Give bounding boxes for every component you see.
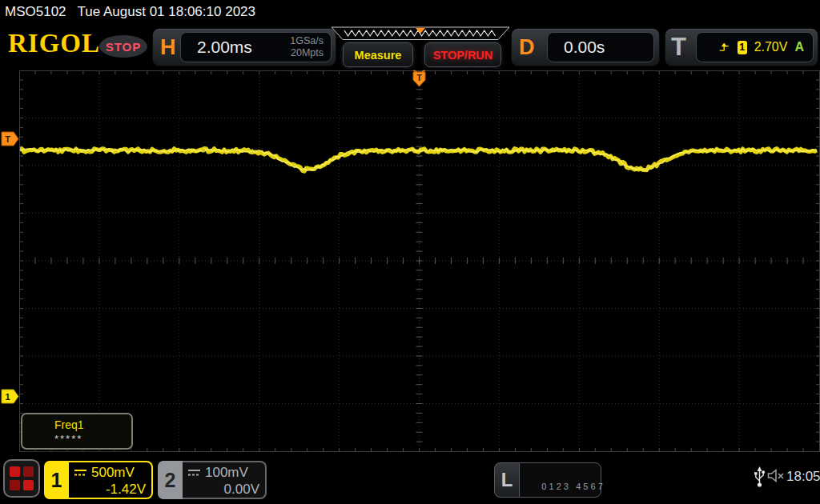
channel-1-scale: 500mV	[91, 465, 135, 481]
trigger-panel[interactable]: T 1 2.70V A	[665, 28, 818, 66]
channel-2-offset: 0.00V	[187, 482, 259, 498]
sample-rate: 1GSa/s	[290, 35, 324, 46]
measurement-value: *****	[54, 433, 131, 445]
trigger-label: T	[671, 29, 686, 66]
channel-1-status[interactable]: 1 500mV -1.42V	[44, 461, 153, 499]
rigol-logo: RIGOL	[8, 29, 100, 58]
memory-waveform-icon	[331, 26, 510, 41]
graticule-and-trace: TT1	[0, 69, 820, 453]
logic-analyzer-status[interactable]: L 0 1 2 3 4 5 6 7 8 9 1011 12131415	[494, 462, 601, 498]
bottom-bar: 1 500mV -1.42V 2 100mV 0.00V	[0, 453, 820, 504]
delay-label: D	[519, 29, 535, 66]
memory-depth: 20Mpts	[291, 47, 324, 58]
status-bar: MSO5102 Tue August 01 18:06:10 2023	[0, 0, 820, 24]
horizontal-panel[interactable]: H 2.00ms 1GSa/s 20Mpts	[152, 28, 336, 66]
grid-icon	[10, 466, 20, 477]
trigger-position-marker[interactable]: T	[413, 70, 425, 86]
memory-position-bar[interactable]	[331, 26, 510, 41]
acquisition-info: 1GSa/s 20Mpts	[290, 35, 331, 59]
logic-analyzer-tab[interactable]: L	[494, 462, 519, 498]
delay-panel[interactable]: D 0.00s	[511, 28, 660, 66]
measurement-name: Freq1	[54, 418, 131, 431]
trigger-level-marker[interactable]: T	[2, 132, 18, 146]
logic-row-1: 0 1 2 3 4 5 6 7	[541, 482, 602, 491]
channel-1-offset: -1.42V	[74, 482, 146, 498]
channel-2-scale: 100mV	[205, 465, 248, 481]
function-navigation-button[interactable]	[3, 459, 40, 498]
timebase-field: 2.00ms 1GSa/s 20Mpts	[180, 32, 332, 62]
ch1-trace	[20, 149, 817, 172]
rising-edge-trigger-icon	[719, 41, 730, 54]
delay-value: 0.00s	[548, 38, 605, 57]
dc-coupling-icon	[74, 469, 87, 477]
channel-1-tab[interactable]: 1	[44, 461, 69, 499]
logic-channel-list: 0 1 2 3 4 5 6 7 8 9 1011 12131415	[519, 462, 601, 498]
trigger-field: 1 2.70V A	[696, 32, 814, 62]
datetime-text: Tue August 01 18:06:10 2023	[78, 4, 255, 20]
trigger-source-badge: 1	[738, 41, 747, 54]
measurement-item-freq1[interactable]: Freq1 *****	[21, 413, 133, 450]
run-state-indicator[interactable]: STOP	[99, 35, 147, 58]
svg-text:1: 1	[5, 392, 10, 402]
clock-text: 18:05	[786, 469, 820, 485]
svg-text:T: T	[416, 73, 422, 82]
usb-icon	[754, 466, 766, 488]
model-name: MSO5102	[5, 4, 66, 20]
trigger-level-value: 2.70V	[754, 40, 788, 54]
timebase-value: 2.00ms	[181, 38, 290, 57]
measure-button[interactable]: Measure	[343, 42, 413, 67]
stop-run-button[interactable]: STOP/RUN	[424, 42, 501, 67]
speaker-muted-icon[interactable]	[767, 469, 785, 483]
waveform-display-area[interactable]: TT1	[0, 69, 820, 453]
trigger-mode-auto: A	[794, 40, 813, 54]
channel-2-status[interactable]: 2 100mV 0.00V	[158, 461, 267, 499]
delay-field: 0.00s	[547, 32, 654, 62]
channel-2-tab[interactable]: 2	[158, 461, 183, 499]
graticule	[19, 70, 820, 452]
channel-1-ground-marker[interactable]: 1	[2, 390, 18, 403]
channel-1-readout: 500mV -1.42V	[69, 461, 153, 499]
channel-2-readout: 100mV 0.00V	[183, 461, 267, 499]
svg-text:T: T	[5, 134, 10, 144]
dc-coupling-icon	[187, 469, 201, 477]
header-bar: RIGOL STOP H 2.00ms 1GSa/s 20Mpts Measur…	[0, 24, 820, 69]
horizontal-label: H	[160, 29, 176, 66]
